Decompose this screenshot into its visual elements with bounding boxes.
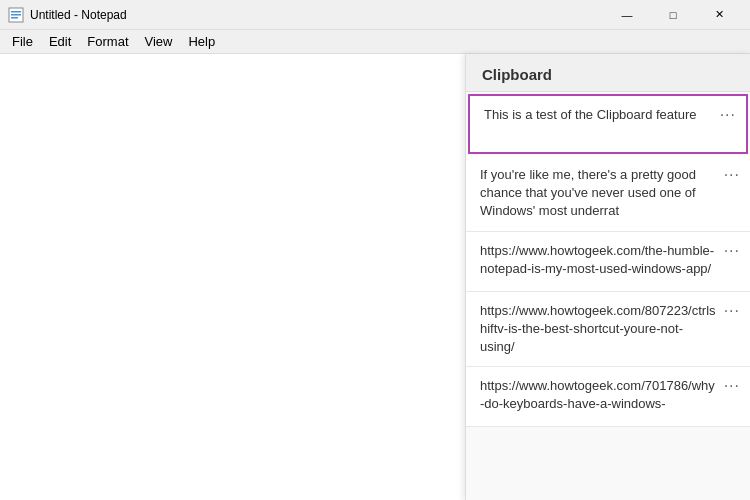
clipboard-item-menu-0[interactable]: ···	[720, 106, 736, 124]
clipboard-header: Clipboard	[466, 54, 750, 92]
clipboard-item-text-2: https://www.howtogeek.com/the-humble-not…	[480, 242, 736, 278]
menu-bar: File Edit Format View Help	[0, 30, 750, 54]
clipboard-item-text-4: https://www.howtogeek.com/701786/why-do-…	[480, 377, 736, 413]
clipboard-item-menu-2[interactable]: ···	[724, 242, 740, 260]
minimize-button[interactable]: —	[604, 0, 650, 30]
window-controls: — □ ✕	[604, 0, 742, 30]
clipboard-item-4[interactable]: https://www.howtogeek.com/701786/why-do-…	[466, 367, 750, 427]
menu-format[interactable]: Format	[79, 31, 136, 53]
menu-file[interactable]: File	[4, 31, 41, 53]
svg-rect-1	[11, 11, 21, 13]
menu-help[interactable]: Help	[180, 31, 223, 53]
clipboard-panel: Clipboard This is a test of the Clipboar…	[465, 54, 750, 500]
clipboard-item-text-0: This is a test of the Clipboard feature	[484, 106, 732, 124]
clipboard-item-menu-1[interactable]: ···	[724, 166, 740, 184]
editor-area: Clipboard This is a test of the Clipboar…	[0, 54, 750, 500]
title-bar: Untitled - Notepad — □ ✕	[0, 0, 750, 30]
clipboard-items-list: This is a test of the Clipboard feature …	[466, 92, 750, 500]
maximize-button[interactable]: □	[650, 0, 696, 30]
clipboard-item-3[interactable]: https://www.howtogeek.com/807223/ctrlshi…	[466, 292, 750, 368]
close-button[interactable]: ✕	[696, 0, 742, 30]
clipboard-item-text-3: https://www.howtogeek.com/807223/ctrlshi…	[480, 302, 736, 357]
clipboard-item-text-1: If you're like me, there's a pretty good…	[480, 166, 736, 221]
clipboard-item-0[interactable]: This is a test of the Clipboard feature …	[468, 94, 748, 154]
clipboard-item-2[interactable]: https://www.howtogeek.com/the-humble-not…	[466, 232, 750, 292]
window-title: Untitled - Notepad	[30, 8, 127, 22]
menu-view[interactable]: View	[137, 31, 181, 53]
svg-rect-3	[11, 17, 18, 19]
clipboard-item-menu-3[interactable]: ···	[724, 302, 740, 320]
app-icon	[8, 7, 24, 23]
svg-rect-2	[11, 14, 21, 16]
clipboard-item-menu-4[interactable]: ···	[724, 377, 740, 395]
text-editor[interactable]	[0, 54, 465, 500]
clipboard-item-1[interactable]: If you're like me, there's a pretty good…	[466, 156, 750, 232]
menu-edit[interactable]: Edit	[41, 31, 79, 53]
